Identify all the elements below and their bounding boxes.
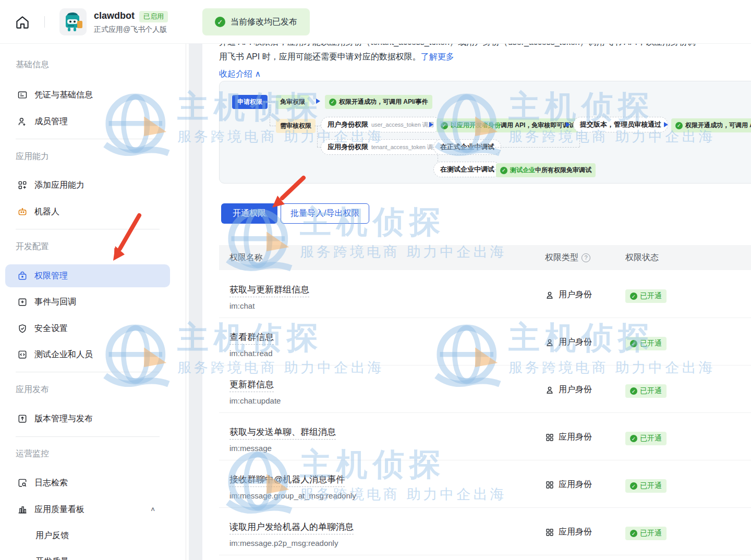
app-header: clawdbot 已启用 正式应用@飞书个人版 ✓ 当前修改均已发布 xyxy=(0,0,751,44)
status-badge: ✓ 已开通 xyxy=(625,337,667,350)
permission-code: im:message.group_at_msg:readonly xyxy=(229,491,751,500)
permission-code: im:message.p2p_msg:readonly xyxy=(229,539,751,547)
sidebar-item-dev-quality[interactable]: 开发质量 xyxy=(0,550,186,560)
sidebar-item-user-feedback[interactable]: 用户反馈 xyxy=(0,524,186,547)
permission-name-link[interactable]: 获取与发送单聊、群组消息 xyxy=(229,426,336,440)
robot-icon xyxy=(17,206,28,217)
flow-connector xyxy=(270,126,276,126)
sidebar-item-security[interactable]: 安全设置 xyxy=(0,317,186,340)
flow-arrow-icon xyxy=(664,122,668,127)
sidebar-item-version-release[interactable]: 版本管理与发布 xyxy=(0,407,186,430)
permission-name-link[interactable]: 接收群聊中@机器人消息事件 xyxy=(229,473,345,487)
code-icon xyxy=(17,349,28,360)
section-app-release: 应用发布 xyxy=(16,384,49,395)
help-icon[interactable]: ? xyxy=(582,253,590,262)
shield-check-icon xyxy=(17,323,28,334)
check-circle-icon: ✓ xyxy=(630,340,637,347)
flow-tenant-token-box: 应用身份权限tenant_access_token 调用 xyxy=(321,139,445,155)
check-circle-icon: ✓ xyxy=(630,435,637,442)
sidebar-item-test-company[interactable]: 测试企业和人员 xyxy=(0,343,186,366)
permission-type-cell: 用户身份 xyxy=(545,337,592,348)
app-grid-icon xyxy=(545,433,554,442)
sidebar-item-quality-board[interactable]: 应用质量看板 xyxy=(0,498,186,521)
log-search-icon xyxy=(17,478,28,488)
home-icon[interactable] xyxy=(15,15,30,30)
permission-name-link[interactable]: 查看群信息 xyxy=(229,331,274,345)
flow-need-review-badge: 需审核权限 xyxy=(276,119,316,133)
status-badge: ✓ 已开通 xyxy=(625,384,667,398)
table-body: 获取与更新群组信息 im:chat 用户身份 ✓ 已开通 查看群信息 im:ch… xyxy=(219,271,751,555)
grid-plus-icon xyxy=(17,180,28,190)
check-circle-icon: ✓ xyxy=(630,530,637,537)
flow-connector xyxy=(314,126,321,126)
open-permission-button[interactable]: 开通权限 xyxy=(221,203,277,224)
section-ops-monitor: 运营监控 xyxy=(16,448,49,459)
section-app-capability: 应用能力 xyxy=(16,151,49,162)
user-icon xyxy=(545,338,554,347)
permission-name-link[interactable]: 更新群信息 xyxy=(229,379,274,392)
main-content: 开通 API 权限后，应用才能以应用身份（tenant_access_token… xyxy=(203,44,751,560)
sidebar-item-label: 版本管理与发布 xyxy=(34,413,93,424)
permission-type-cell: 应用身份 xyxy=(545,479,592,490)
flow-user-token-box: 用户身份权限user_access_token 调用 xyxy=(321,117,441,132)
sidebar-divider xyxy=(16,139,160,139)
flow-dev-debug-badge: ✓ 以应用开发者身份调用 API，免审核即可调试 xyxy=(437,118,579,132)
app-grid-icon xyxy=(545,528,554,537)
flow-success-badge-2: ✓ 权限开通成功，可调用 API/事 xyxy=(671,118,751,132)
flow-success-badge-1: ✓ 权限开通成功，可调用 API/事件 xyxy=(325,95,432,109)
flow-connector xyxy=(270,102,270,126)
scrollbar-track[interactable] xyxy=(189,44,202,560)
sidebar-divider xyxy=(16,372,160,372)
check-circle-icon: ✓ xyxy=(329,99,336,106)
check-circle-icon: ✓ xyxy=(630,293,637,300)
section-basic-info: 基础信息 xyxy=(16,59,49,70)
app-subtitle: 正式应用@飞书个人版 xyxy=(94,25,167,34)
batch-import-export-button[interactable]: 批量导入/导出权限 xyxy=(281,203,369,224)
permission-type-cell: 用户身份 xyxy=(545,384,592,395)
sidebar-item-permissions[interactable]: 权限管理 xyxy=(5,264,170,287)
sidebar-item-bot[interactable]: 机器人 xyxy=(0,200,186,223)
publish-banner-text: 当前修改均已发布 xyxy=(231,17,297,28)
sidebar-item-events[interactable]: 事件与回调 xyxy=(0,290,186,313)
flow-apply-badge: 申请权限 xyxy=(232,95,268,109)
flow-arrow-icon xyxy=(566,122,570,127)
sidebar-item-label: 成员管理 xyxy=(34,116,68,127)
upload-box-icon xyxy=(17,413,28,424)
sidebar-item-members[interactable]: 成员管理 xyxy=(0,110,186,133)
table-row: 获取与更新群组信息 im:chat 用户身份 ✓ 已开通 xyxy=(219,271,751,318)
permission-name-link[interactable]: 获取与更新群组信息 xyxy=(229,284,309,297)
flow-connector xyxy=(579,132,580,147)
sidebar-divider xyxy=(16,229,160,229)
flow-connector xyxy=(317,126,318,147)
sidebar-item-label: 权限管理 xyxy=(34,271,68,282)
sidebar-item-add-capability[interactable]: 添加应用能力 xyxy=(0,174,186,197)
permission-name-link[interactable]: 读取用户发给机器人的单聊消息 xyxy=(229,521,354,534)
sidebar-item-label: 开发质量 xyxy=(35,556,69,560)
user-icon xyxy=(545,290,554,300)
sidebar-item-label: 安全设置 xyxy=(34,323,68,334)
permission-code: im:message xyxy=(229,444,751,453)
check-circle-icon: ✓ xyxy=(675,122,683,129)
app-grid-icon xyxy=(545,480,554,490)
lock-icon xyxy=(17,271,28,281)
table-row: 查看群信息 im:chat:read 用户身份 ✓ 已开通 xyxy=(219,318,751,366)
flow-connector xyxy=(490,147,579,148)
status-badge: ✓ 已开通 xyxy=(625,432,667,445)
permission-type-cell: 用户身份 xyxy=(545,289,592,300)
table-header: 权限名称 权限类型 ? 权限状态 xyxy=(219,245,751,270)
collapse-intro-link[interactable]: 收起介绍 ∧ xyxy=(219,69,261,80)
sidebar-item-label: 事件与回调 xyxy=(34,297,76,308)
sidebar-item-credentials[interactable]: 凭证与基础信息 xyxy=(0,83,186,106)
col-permission-name: 权限名称 xyxy=(229,252,263,263)
flow-connector xyxy=(263,102,275,102)
check-circle-icon: ✓ xyxy=(441,122,448,129)
sidebar-item-log-search[interactable]: 日志检索 xyxy=(0,471,186,494)
event-callback-icon xyxy=(17,297,28,307)
chevron-up-icon[interactable]: ∧ xyxy=(150,506,155,513)
section-dev-config: 开发配置 xyxy=(16,241,49,252)
sidebar-item-label: 机器人 xyxy=(34,206,59,217)
card-icon xyxy=(17,90,28,100)
learn-more-link[interactable]: 了解更多 xyxy=(421,52,454,61)
sidebar-item-label: 用户反馈 xyxy=(35,530,69,541)
user-icon xyxy=(545,385,554,395)
